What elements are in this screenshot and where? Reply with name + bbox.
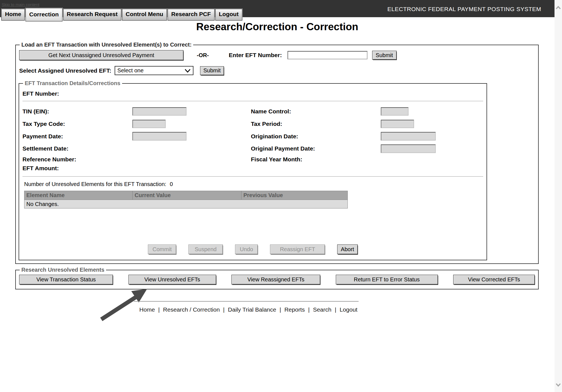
view-corrected-efts-button[interactable]: View Corrected EFTs — [453, 275, 535, 284]
research-unresolved-section: Research Unresolved Elements View Transa… — [15, 267, 539, 289]
unresolved-count-value: 0 — [170, 181, 173, 187]
tax-period-input — [381, 120, 414, 128]
footer-link-search[interactable]: Search — [313, 306, 332, 313]
changes-table-header-row: Element Name Current Value Previous Valu… — [24, 191, 348, 200]
system-title: ELECTRONIC FEDERAL PAYMENT POSTING SYSTE… — [387, 6, 541, 12]
eft-number-input[interactable] — [288, 51, 367, 59]
research-unresolved-legend: Research Unresolved Elements — [20, 267, 106, 273]
unresolved-count-label: Number of Unresolved Elements for this E… — [24, 181, 166, 187]
table-row: No Changes. — [24, 200, 348, 208]
column-header-previous-value: Previous Value — [241, 191, 348, 200]
eft-number-field-label: EFT Number: — [22, 90, 484, 97]
footer-separator: | — [155, 306, 163, 313]
tab-research-request[interactable]: Research Request — [63, 9, 121, 21]
research-buttons-row: View Transaction Status View Unresolved … — [19, 275, 535, 284]
footer-separator: | — [331, 306, 339, 313]
tin-label: TIN (EIN): — [22, 108, 132, 115]
payment-date-label: Payment Date: — [22, 133, 132, 140]
return-eft-to-error-status-button[interactable]: Return EFT to Error Status — [336, 275, 438, 284]
divider — [22, 176, 483, 177]
footer-divider — [134, 301, 359, 302]
footer-link-research-correction[interactable]: Research / Correction — [163, 306, 220, 313]
load-row-1: Get Next Unassigned Unresolved Payment -… — [19, 50, 535, 60]
footer-link-home[interactable]: Home — [139, 306, 155, 313]
changes-table: Element Name Current Value Previous Valu… — [24, 191, 348, 208]
footer-separator: | — [276, 306, 284, 313]
tab-correction[interactable]: Correction — [26, 8, 62, 21]
payment-date-input — [132, 132, 187, 141]
enter-eft-number-label: Enter EFT Number: — [229, 52, 282, 58]
no-changes-cell: No Changes. — [24, 200, 348, 208]
scrollbar[interactable] — [555, 0, 562, 392]
load-eft-legend: Load an EFT Transaction with Unresolved … — [20, 42, 193, 48]
tab-research-pcf[interactable]: Research PCF — [168, 9, 214, 21]
action-buttons-row: Commit Suspend Undo Reassign EFT Abort — [22, 245, 484, 254]
scroll-up-icon[interactable] — [555, 6, 561, 10]
get-next-unassigned-button[interactable]: Get Next Unassigned Unresolved Payment — [19, 50, 183, 60]
application-window: Skip to main content ELECTRONIC FEDERAL … — [0, 0, 562, 392]
suspend-button: Suspend — [188, 245, 223, 254]
tax-type-code-label: Tax Type Code: — [22, 121, 132, 127]
original-payment-date-input — [381, 144, 436, 153]
tax-period-label: Tax Period: — [250, 121, 381, 127]
view-transaction-status-button[interactable]: View Transaction Status — [19, 275, 113, 284]
assigned-eft-submit-button[interactable]: Submit — [200, 66, 224, 75]
eft-details-section: EFT Transaction Details/Corrections EFT … — [19, 80, 487, 260]
footer-nav: Home|Research / Correction|Daily Trial B… — [0, 306, 497, 313]
tab-home[interactable]: Home — [1, 9, 25, 21]
tab-logout[interactable]: Logout — [215, 9, 242, 21]
view-unresolved-efts-button[interactable]: View Unresolved EFTs — [128, 275, 216, 284]
origination-date-input — [381, 132, 436, 141]
eft-amount-label: EFT Amount: — [22, 165, 132, 172]
eft-number-submit-button[interactable]: Submit — [372, 51, 397, 60]
assigned-eft-select[interactable]: Select one — [115, 66, 193, 75]
column-header-element-name: Element Name — [24, 191, 133, 200]
load-eft-section: Load an EFT Transaction with Unresolved … — [15, 42, 539, 264]
footer-link-daily-trial-balance[interactable]: Daily Trial Balance — [228, 306, 276, 313]
tax-type-code-input — [132, 120, 166, 128]
page-title: Research/Correction - Correction — [0, 21, 555, 33]
reference-number-label: Reference Number: — [22, 156, 132, 163]
footer-separator: | — [305, 306, 313, 313]
unresolved-count-line: Number of Unresolved Elements for this E… — [24, 181, 484, 187]
scroll-down-icon[interactable] — [555, 383, 561, 387]
reassign-eft-button: Reassign EFT — [270, 245, 325, 254]
view-reassigned-efts-button[interactable]: View Reassigned EFTs — [231, 275, 320, 284]
divider — [22, 101, 483, 101]
origination-date-label: Origination Date: — [250, 133, 381, 140]
original-payment-date-label: Original Payment Date: — [250, 145, 381, 152]
main-nav-tabs: Home Correction Research Request Control… — [1, 8, 242, 21]
select-assigned-eft-label: Select Assigned Unresolved EFT: — [19, 67, 111, 74]
name-control-input — [381, 107, 409, 116]
assigned-eft-select-value: Select one — [117, 67, 185, 74]
name-control-label: Name Control: — [250, 108, 381, 115]
column-header-current-value: Current Value — [133, 191, 241, 200]
undo-button: Undo — [235, 245, 258, 254]
commit-button: Commit — [148, 245, 176, 254]
tab-control-menu[interactable]: Control Menu — [122, 9, 167, 21]
tin-input — [132, 107, 187, 116]
footer-link-logout[interactable]: Logout — [340, 306, 357, 313]
eft-fields-grid: TIN (EIN): Name Control: Tax Type Code: … — [22, 105, 484, 172]
skip-to-main-link[interactable]: Skip to main content — [2, 2, 39, 7]
or-separator: -OR- — [197, 52, 209, 58]
fiscal-year-month-label: Fiscal Year Month: — [250, 156, 381, 163]
annotation-arrow — [94, 287, 153, 321]
settlement-date-label: Settlement Date: — [22, 145, 132, 152]
abort-button[interactable]: Abort — [337, 245, 358, 254]
eft-details-legend: EFT Transaction Details/Corrections — [23, 80, 122, 86]
chevron-down-icon — [185, 69, 191, 73]
load-row-2: Select Assigned Unresolved EFT: Select o… — [19, 66, 535, 75]
footer-separator: | — [220, 306, 228, 313]
footer-link-reports[interactable]: Reports — [284, 306, 305, 313]
